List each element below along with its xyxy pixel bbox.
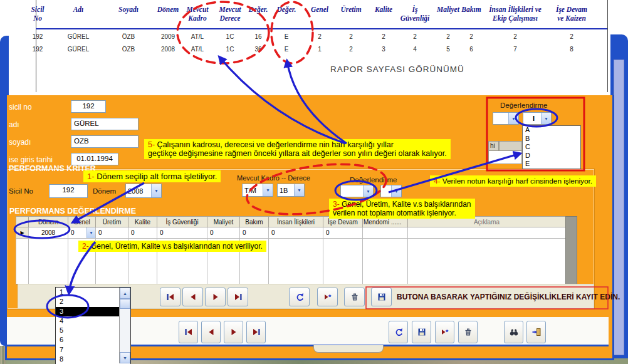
undo-icon: [295, 292, 305, 302]
grid-cell[interactable]: 0: [323, 227, 363, 239]
kriter-degerlendirme-label: Değerlendirme: [350, 176, 397, 184]
list-option[interactable]: E: [523, 160, 580, 169]
mevcut-kadro-combo[interactable]: T/M▼: [242, 184, 273, 197]
grid-cell[interactable]: 0: [269, 227, 323, 239]
save-icon: [377, 292, 387, 302]
subform-next-record-button[interactable]: [205, 288, 226, 306]
last-record-icon: [251, 327, 261, 337]
kriter-sicil-no-field[interactable]: 192: [49, 184, 88, 198]
report-cell: 2: [333, 46, 369, 55]
annotation-note-5: 5- Çalışanın kadrosu, derecesi ve değerl…: [144, 139, 451, 159]
ise-giris-tarihi-field[interactable]: 01.01.1994: [71, 153, 118, 165]
report-cell: 2: [475, 33, 555, 42]
kriter-degerlendirme-combo-2[interactable]: ▼: [380, 185, 402, 197]
report-cell: 7: [475, 46, 555, 55]
annotation-note-2: 2- Genel, Üretim, Kalite v.s balşıkların…: [78, 241, 266, 252]
mainform-undo-button[interactable]: [389, 321, 408, 343]
svg-text:*: *: [328, 293, 332, 301]
grid-cell-donem[interactable]: 2008: [29, 227, 68, 239]
scroll-down-icon[interactable]: ▼: [120, 352, 130, 363]
grid-cell[interactable]: [408, 227, 566, 239]
chevron-down-icon[interactable]: ▼: [263, 184, 273, 196]
score-dropdown-list[interactable]: 1 2 3 4 5 6 7 8 ▲ ▼: [55, 287, 131, 364]
report-cell: E: [270, 33, 303, 42]
list-option[interactable]: B: [523, 135, 580, 143]
ise-giris-tarihi-label: ise giris tarihi: [9, 155, 53, 164]
hidden-grid-fragment-header: hi: [488, 141, 499, 151]
soyadi-label: soyadı: [9, 138, 31, 147]
grid-cell[interactable]: 0: [240, 227, 269, 239]
mainform-delete-button[interactable]: [458, 321, 478, 343]
chevron-down-icon[interactable]: ▼: [86, 227, 95, 238]
list-option[interactable]: C: [523, 143, 580, 152]
mainform-next-record-button[interactable]: [224, 321, 243, 343]
degerlendirme-combo-2[interactable]: I▼: [523, 112, 552, 125]
chevron-down-icon[interactable]: ▼: [541, 113, 551, 124]
text-cursor: I: [525, 115, 535, 122]
report-header: Genel: [305, 5, 335, 28]
subform-delete-button[interactable]: [344, 288, 365, 306]
annotation-note-3: 3- Genel, Üretim, Kalite v.s balşıkların…: [329, 199, 475, 219]
kriter-donem-combo[interactable]: 2008▼: [125, 184, 162, 198]
subform-last-record-button[interactable]: [228, 288, 248, 306]
degerlendirme-panel-label: Değerlendirme: [500, 101, 547, 109]
subform-previous-record-button[interactable]: [182, 288, 203, 306]
report-cell: 192: [24, 46, 51, 55]
hidden-grid-fragment-row: [488, 151, 522, 164]
subform-new-record-button[interactable]: *: [317, 288, 338, 306]
exit-door-icon: [531, 327, 542, 337]
mainform-save-button[interactable]: [412, 321, 431, 343]
degerlendirme-combo-1[interactable]: ▼: [493, 112, 519, 125]
next-record-icon: [211, 292, 221, 302]
report-cell: 1: [305, 46, 335, 55]
grid-cell[interactable]: [363, 227, 408, 239]
report-header: İnsan İlişkileri veEkip Çalışması: [475, 5, 555, 28]
derece-combo[interactable]: 1B▼: [277, 184, 305, 197]
save-icon: [417, 327, 427, 337]
grid-cell[interactable]: 0: [96, 227, 128, 239]
mainform-first-record-button[interactable]: [179, 321, 198, 343]
mainform-find-button[interactable]: [504, 321, 523, 343]
adi-field[interactable]: GÜREL: [71, 118, 139, 130]
mainform-exit-button[interactable]: [526, 321, 546, 343]
mainform-last-record-button[interactable]: [246, 321, 266, 343]
grid-header: İnsan İlişkileri: [269, 217, 323, 227]
report-right-margin-line: [607, 0, 608, 92]
list-scrollbar[interactable]: ▲ ▼: [119, 288, 130, 363]
mainform-previous-record-button[interactable]: [201, 321, 221, 343]
kriter-donem-label: Dönem: [93, 187, 116, 195]
scroll-up-icon[interactable]: ▲: [120, 288, 130, 299]
chevron-down-icon[interactable]: ▼: [363, 185, 373, 197]
subform-save-button[interactable]: [371, 288, 392, 306]
chevron-down-icon[interactable]: ▼: [294, 184, 304, 196]
binoculars-icon: [509, 327, 519, 337]
grid-cell-genel[interactable]: 0 ▼: [68, 227, 96, 239]
degerlendirme-options-list[interactable]: A B C D E: [522, 125, 581, 169]
chevron-down-icon[interactable]: ▼: [151, 184, 161, 197]
report-cell: ÖZB: [107, 46, 150, 55]
row-selector[interactable]: ▶: [16, 227, 29, 239]
new-record-icon: *: [323, 292, 333, 302]
list-option[interactable]: A: [523, 126, 580, 135]
subform-undo-button[interactable]: [289, 288, 310, 306]
scrollbar-thumb[interactable]: [120, 299, 130, 309]
adi-label: adı: [9, 120, 19, 129]
grid-cell[interactable]: 0: [128, 227, 157, 239]
report-cell: ÖZB: [107, 33, 150, 42]
grid-header: Genel: [68, 217, 96, 227]
screen: SicilNo Adı Soyadı Dönem MevcutKadro Mev…: [0, 0, 628, 364]
grid-cell[interactable]: 0: [157, 227, 207, 239]
soyadi-field[interactable]: ÖZB: [71, 135, 139, 148]
grid-header: Maliyet: [207, 217, 240, 227]
background-window-scrollbar[interactable]: [614, 60, 624, 355]
sicil-no-field[interactable]: 192: [71, 100, 106, 113]
chevron-down-icon[interactable]: ▼: [391, 185, 401, 197]
grid-vertical-scrollbar[interactable]: [565, 216, 577, 284]
subform-first-record-button[interactable]: [160, 288, 181, 306]
save-instruction-banner: BUTONA BASARAK YAPTIĞINIZ DEĞİŞİKLİKLERİ…: [397, 293, 620, 301]
kriter-degerlendirme-combo-1[interactable]: ▼: [340, 185, 374, 197]
mainform-new-record-button[interactable]: *: [435, 321, 454, 343]
grid-cell[interactable]: 0: [207, 227, 240, 239]
chevron-down-icon[interactable]: ▼: [508, 113, 518, 124]
list-option[interactable]: D: [523, 152, 580, 160]
